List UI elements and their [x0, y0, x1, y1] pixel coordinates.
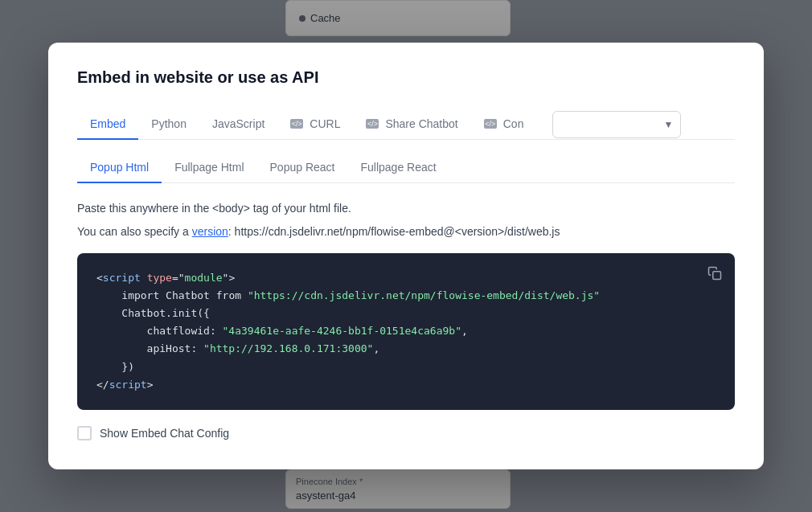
tab-python[interactable]: Python	[138, 109, 199, 140]
sub-tab-fullpage-react-label: Fullpage React	[360, 161, 436, 174]
sub-tab-popup-react-label: Popup React	[270, 161, 335, 174]
tab-con-label: Con	[503, 117, 524, 130]
code-block: <script type="module"> import Chatbot fr…	[77, 253, 735, 410]
sub-tabs: Popup Html Fullpage Html Popup React Ful…	[77, 153, 735, 183]
description-1-text: Paste this anywhere in the <body> tag of…	[77, 202, 351, 215]
code-icon-curl: </>	[290, 119, 303, 129]
description-2: You can also specify a version: https://…	[77, 223, 735, 240]
code-content: <script type="module"> import Chatbot fr…	[96, 269, 719, 394]
sub-tab-fullpage-react[interactable]: Fullpage React	[347, 153, 449, 183]
sub-tab-fullpage-html[interactable]: Fullpage Html	[162, 153, 256, 183]
tab-javascript[interactable]: JavaScript	[199, 109, 277, 140]
copy-icon	[707, 266, 722, 281]
sub-tab-fullpage-html-label: Fullpage Html	[174, 161, 244, 174]
svg-rect-0	[713, 272, 721, 280]
tab-curl[interactable]: </> CURL	[277, 109, 353, 140]
sub-tab-popup-html-label: Popup Html	[90, 161, 149, 174]
tab-curl-label: CURL	[310, 117, 340, 130]
description-2-suffix: : https://cdn.jsdelivr.net/npm/flowise-e…	[228, 225, 560, 238]
copy-button[interactable]	[704, 263, 725, 286]
embed-config-label[interactable]: Show Embed Chat Config	[100, 427, 229, 440]
code-icon-con: </>	[484, 119, 497, 129]
sub-tab-popup-html[interactable]: Popup Html	[77, 153, 162, 183]
code-icon-share: </>	[366, 119, 379, 129]
tab-javascript-label: JavaScript	[212, 117, 265, 130]
description-2-prefix: You can also specify a	[77, 225, 192, 238]
tab-embed[interactable]: Embed	[77, 109, 138, 140]
description-1: Paste this anywhere in the <body> tag of…	[77, 199, 735, 217]
tab-dropdown[interactable]	[552, 111, 681, 138]
sub-tab-popup-react[interactable]: Popup React	[257, 153, 348, 183]
modal-title: Embed in website or use as API	[77, 68, 735, 87]
embed-config-checkbox[interactable]	[77, 426, 92, 440]
tab-embed-label: Embed	[90, 117, 125, 130]
tab-dropdown-wrapper: ▼	[552, 111, 681, 138]
version-link[interactable]: version	[192, 225, 228, 238]
embed-modal: Embed in website or use as API Embed Pyt…	[48, 43, 764, 469]
modal-overlay: Embed in website or use as API Embed Pyt…	[0, 0, 812, 512]
top-tabs: Embed Python JavaScript </> CURL </> Sha…	[77, 109, 735, 140]
tab-share-label: Share Chatbot	[385, 117, 457, 130]
tab-con[interactable]: </> Con	[471, 109, 537, 140]
checkbox-row: Show Embed Chat Config	[77, 426, 735, 440]
tab-share[interactable]: </> Share Chatbot	[353, 109, 470, 140]
tab-python-label: Python	[151, 117, 187, 130]
